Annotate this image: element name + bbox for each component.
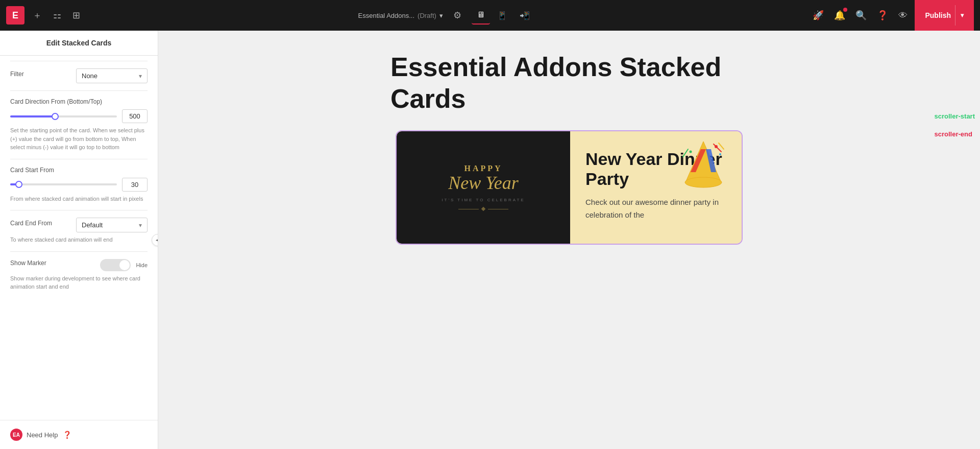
card-start-from-row [10, 178, 148, 192]
topbar-left: E ＋ ⚏ ⊞ [6, 6, 83, 25]
card-image-newyear: New Year [442, 173, 525, 194]
search-icon[interactable]: 🔍 [852, 7, 870, 24]
svg-line-9 [683, 149, 688, 157]
card-start-from-label: Card Start From [10, 167, 148, 174]
card-end-chevron-icon: ▾ [139, 222, 142, 229]
help-icon[interactable]: ❓ [874, 7, 891, 24]
card-start-value[interactable] [122, 178, 148, 192]
site-name-text: Essential Addons... [358, 12, 415, 19]
publish-chevron[interactable]: ▾ [955, 5, 964, 26]
toggle-knob [119, 260, 130, 270]
tablet-device-button[interactable]: 📱 [492, 6, 512, 25]
show-marker-toggle[interactable] [100, 259, 131, 271]
card-direction-fill [10, 115, 55, 117]
main-layout: Edit Stacked Cards Filter None ▾ Card Di… [0, 31, 980, 449]
scroller-start-marker[interactable]: scroller-start [935, 112, 975, 120]
card-image-tagline: IT'S TIME TO CELEBRATE [442, 198, 525, 202]
card-end-from-label: Card End From [10, 220, 52, 227]
show-marker-row: Show Marker Hide [10, 259, 148, 271]
topbar-center: Essential Addons... (Draft) ▾ ⚙ 🖥 📱 📲 [83, 6, 810, 25]
card-direction-thumb[interactable] [52, 113, 59, 120]
card-direction-field: Card Direction From (Bottom/Top) Set the… [10, 98, 148, 152]
need-help-label: Need Help [27, 431, 58, 439]
svg-point-6 [690, 150, 692, 153]
eye-icon[interactable]: 👁 [895, 7, 911, 24]
divider-2 [10, 159, 148, 159]
show-marker-label: Show Marker [10, 259, 46, 267]
party-hat-decoration [680, 139, 726, 192]
rocket-icon[interactable]: 🚀 [810, 7, 827, 24]
filter-dropdown[interactable]: None ▾ [76, 68, 148, 83]
card-image-content: HAPPY New Year IT'S TIME TO CELEBRATE [442, 164, 525, 210]
right-markers: scroller-start scroller-end [935, 112, 975, 138]
card-start-slider[interactable] [10, 183, 117, 185]
svg-point-5 [719, 153, 721, 155]
toggle-state-label: Hide [136, 262, 148, 268]
card-direction-value[interactable] [122, 109, 148, 123]
card-direction-track[interactable] [10, 115, 117, 117]
ea-logo: EA [10, 429, 22, 441]
card-decorative-lines [442, 207, 525, 210]
card-direction-hint: Set the starting point of the card. When… [10, 126, 148, 152]
notification-icon[interactable]: 🔔 [831, 7, 848, 24]
customizer-button[interactable]: ⚏ [50, 7, 64, 24]
filter-label: Filter [10, 70, 24, 78]
publish-button[interactable]: Publish ▾ [915, 0, 974, 31]
desktop-device-button[interactable]: 🖥 [472, 6, 490, 25]
svg-line-8 [719, 143, 724, 149]
site-name-chevron: ▾ [439, 12, 443, 19]
card-direction-slider[interactable] [10, 115, 117, 117]
card-end-dropdown[interactable]: Default ▾ [76, 218, 148, 232]
filter-value: None [82, 72, 97, 80]
mobile-device-button[interactable]: 📲 [514, 6, 535, 25]
notification-badge [843, 8, 847, 12]
need-help-section[interactable]: EA Need Help ❓ [0, 420, 158, 449]
divider-1 [10, 90, 148, 91]
need-help-question-icon: ❓ [63, 431, 71, 439]
card-image-panel: HAPPY New Year IT'S TIME TO CELEBRATE [397, 131, 570, 244]
draft-label: (Draft) [418, 12, 436, 19]
card-end-from-field: Card End From Default ▾ To where stacked… [10, 218, 148, 244]
settings-icon[interactable]: ⚙ [453, 10, 461, 21]
sidebar: Edit Stacked Cards Filter None ▾ Card Di… [0, 31, 158, 449]
divider-4 [10, 251, 148, 252]
toggle-container: Hide [100, 259, 148, 271]
stacked-card-widget[interactable]: HAPPY New Year IT'S TIME TO CELEBRATE [396, 130, 743, 245]
divider-top [10, 61, 148, 61]
device-icons: 🖥 📱 📲 [472, 6, 535, 25]
card-direction-row [10, 109, 148, 123]
card-end-value: Default [82, 221, 103, 229]
publish-label: Publish [925, 11, 951, 19]
card-content-text: Check out our awesome dinner party in ce… [585, 196, 726, 222]
sidebar-content: Filter None ▾ Card Direction From (Botto… [0, 56, 158, 420]
canvas-area: Essential Addons Stacked Cards [158, 31, 980, 449]
svg-point-3 [685, 177, 722, 187]
show-marker-hint: Show marker during development to see wh… [10, 274, 148, 291]
card-end-hint: To where stacked card animation will end [10, 235, 148, 244]
filter-chevron-icon: ▾ [139, 73, 142, 80]
sidebar-title: Edit Stacked Cards [0, 31, 158, 56]
topbar-right: 🚀 🔔 🔍 ❓ 👁 Publish ▾ [810, 0, 974, 31]
party-hat-svg [680, 139, 726, 190]
elementor-logo[interactable]: E [6, 6, 24, 25]
filter-field: Filter None ▾ [10, 68, 148, 83]
card-start-hint: From where stacked card animation will s… [10, 195, 148, 203]
page-title: Essential Addons Stacked Cards [390, 51, 748, 115]
card-direction-label: Card Direction From (Bottom/Top) [10, 98, 148, 105]
add-widget-button[interactable]: ＋ [30, 6, 45, 25]
layers-button[interactable]: ⊞ [69, 7, 83, 24]
topbar: E ＋ ⚏ ⊞ Essential Addons... (Draft) ▾ ⚙ … [0, 0, 980, 31]
card-start-from-field: Card Start From From where stacked card … [10, 167, 148, 203]
divider-3 [10, 210, 148, 210]
site-name[interactable]: Essential Addons... (Draft) ▾ [358, 12, 443, 19]
card-image-happy: HAPPY [442, 164, 525, 173]
card-start-track[interactable] [10, 183, 117, 185]
canvas-inner: Essential Addons Stacked Cards [158, 31, 980, 449]
show-marker-field: Show Marker Hide Show marker during deve… [10, 259, 148, 291]
card-start-thumb[interactable] [15, 181, 22, 188]
scroller-end-marker[interactable]: scroller-end [935, 130, 975, 138]
